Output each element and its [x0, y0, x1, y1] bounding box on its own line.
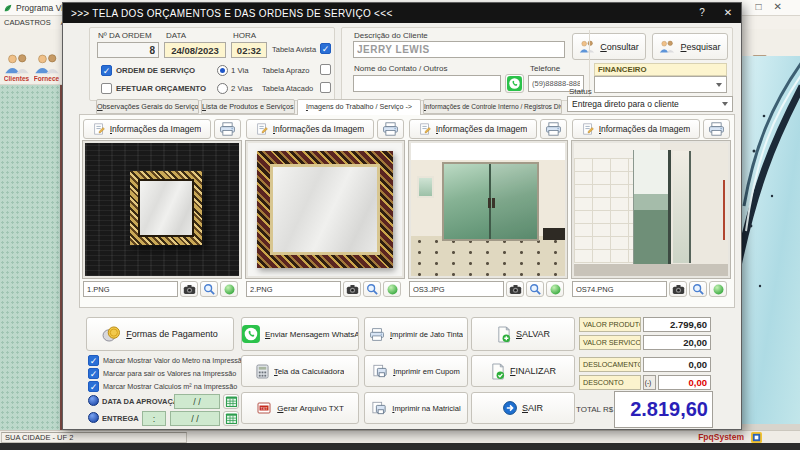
whatsapp-call-button[interactable] [505, 74, 524, 93]
image-filename-input-2[interactable] [246, 281, 341, 297]
imprimir-jato-label: Imprimir de Jato Tinta [390, 330, 463, 339]
calculadora-button[interactable]: Tela da Calculadora [241, 355, 359, 387]
print-option-checkbox-1[interactable] [88, 355, 99, 366]
financeiro-dropdown[interactable] [594, 76, 727, 93]
load-image-button-1[interactable] [220, 281, 238, 297]
aprovacao-radio[interactable] [88, 395, 99, 406]
printer-icon [369, 328, 385, 341]
client-description-input[interactable] [353, 41, 565, 58]
camera-icon [183, 284, 196, 295]
order-time-input[interactable] [231, 42, 267, 58]
zoom-image-button-4[interactable] [689, 281, 707, 297]
images-panel: Informações da Imagem [79, 114, 735, 308]
image-filename-input-3[interactable] [409, 281, 504, 297]
zoom-image-button-1[interactable] [200, 281, 218, 297]
desconto-prefix: (-) [643, 375, 656, 390]
gerar-txt-label: Gerar Arquivo TXT [277, 404, 344, 413]
camera-button-4[interactable] [669, 281, 687, 297]
salvar-button[interactable]: SALVAR [471, 317, 575, 351]
window-titlebar[interactable]: >>> TELA DOS ORÇAMENTOS E DAS ORDENS DE … [63, 3, 741, 23]
desconto-label: DESCONTO [579, 375, 641, 390]
load-image-button-2[interactable] [383, 281, 401, 297]
image-info-label: Informações da Imagem [110, 124, 202, 134]
efetuar-orcamento-checkbox[interactable] [101, 83, 112, 94]
total-label: TOTAL R$ [576, 405, 613, 414]
entrega-time-input[interactable] [142, 411, 166, 426]
toolbar-fornecedores-button[interactable]: Fornece [32, 31, 61, 82]
entrega-calendar-button[interactable] [223, 411, 239, 426]
print-image-button-1[interactable] [214, 119, 241, 139]
order-number-input[interactable] [97, 42, 159, 58]
note-icon [419, 123, 431, 135]
tab-lista-produtos[interactable]: Lista de Produtos e Serviços -> [201, 99, 295, 114]
camera-button-2[interactable] [343, 281, 361, 297]
tab-controle-interno[interactable]: Informações de Controle Interno / Regist… [423, 99, 562, 114]
load-image-button-3[interactable] [546, 281, 564, 297]
print-option-label-3: Marcar Mostrar Calculos m² na Impressão [103, 382, 237, 391]
imprimir-cupom-button[interactable]: Imprimir em Cupom [364, 355, 468, 387]
ordem-servico-checkbox[interactable] [101, 65, 112, 76]
calendar-icon [225, 412, 238, 425]
help-button[interactable]: ? [689, 3, 715, 23]
print-image-button-3[interactable] [540, 119, 567, 139]
aprovacao-date-input[interactable] [174, 394, 220, 409]
image-filename-input-4[interactable] [572, 281, 667, 297]
tabela-avista-checkbox[interactable] [320, 43, 331, 54]
chevron-down-icon [716, 83, 722, 87]
image-info-button-3[interactable]: Informações da Imagem [409, 119, 537, 139]
imprimir-matricial-button[interactable]: Imprimir na Matricial [364, 392, 468, 424]
image-info-button-1[interactable]: Informações da Imagem [83, 119, 211, 139]
via2-radio[interactable] [217, 83, 228, 94]
tab-observacoes[interactable]: Observações Gerais do Serviço -> [96, 99, 199, 114]
camera-button-3[interactable] [506, 281, 524, 297]
formas-pagamento-button[interactable]: Formas de Pagamento [86, 317, 234, 351]
printer-icon [545, 122, 562, 136]
contact-name-input[interactable] [353, 75, 501, 92]
entrega-date-input[interactable] [170, 411, 220, 426]
via1-radio[interactable] [217, 65, 228, 76]
tabela-atacado-checkbox[interactable] [320, 82, 331, 93]
order-date-input[interactable] [164, 42, 226, 58]
load-image-button-4[interactable] [709, 281, 727, 297]
image-filename-input-1[interactable] [83, 281, 178, 297]
green-orb-icon [713, 284, 724, 295]
whatsapp-message-button[interactable]: Enviar Mensagem WhatsApp [241, 317, 359, 351]
imprimir-jato-button[interactable]: Imprimir de Jato Tinta [364, 317, 468, 351]
tab-imagens[interactable]: Imagens do Trabalho / Serviço -> [297, 99, 421, 115]
consultar-button[interactable]: Consultar [572, 33, 646, 60]
toolbar-clientes-button[interactable]: Clientes [2, 31, 31, 82]
image-preview-4 [572, 141, 730, 278]
finalizar-button[interactable]: FINALIZAR [471, 355, 575, 387]
menu-cadastros[interactable]: CADASTROS [4, 18, 51, 27]
note-icon [93, 123, 105, 135]
print-option-label-1: Marcar Mostrar Valor do Metro na Impress… [103, 356, 246, 365]
entrega-label: ENTREGA [102, 414, 139, 423]
image-info-button-2[interactable]: Informações da Imagem [246, 119, 374, 139]
bg-close-button[interactable]: ✕ [774, 1, 794, 12]
aprovacao-calendar-button[interactable] [223, 394, 239, 409]
image-info-button-4[interactable]: Informações da Imagem [572, 119, 700, 139]
entrega-radio[interactable] [88, 412, 99, 423]
tabela-avista-label: Tabela Avista [272, 45, 316, 54]
pesquisar-label: Pesquisar [680, 42, 720, 52]
print-image-button-2[interactable] [377, 119, 404, 139]
tabela-aprazo-checkbox[interactable] [320, 64, 331, 75]
magnifier-icon [203, 283, 215, 295]
status-dropdown[interactable]: Entrega direto para o cliente [567, 96, 733, 112]
pesquisar-button[interactable]: Pesquisar [652, 33, 728, 60]
magnifier-icon [692, 283, 704, 295]
whatsapp-icon [507, 76, 522, 91]
brand-icon [751, 432, 762, 443]
close-button[interactable]: ✕ [715, 3, 741, 23]
camera-button-1[interactable] [180, 281, 198, 297]
gerar-txt-button[interactable]: Gerar Arquivo TXT [241, 392, 359, 424]
bg-minimize-button[interactable]: □ [756, 1, 774, 12]
sair-button[interactable]: SAIR [471, 392, 575, 424]
print-image-button-4[interactable] [703, 119, 730, 139]
zoom-image-button-2[interactable] [363, 281, 381, 297]
print-option-checkbox-3[interactable] [88, 381, 99, 392]
print-option-checkbox-2[interactable] [88, 368, 99, 379]
zoom-image-button-3[interactable] [526, 281, 544, 297]
contact-name-label: Nome do Contato / Outros [354, 64, 447, 73]
desconto-value: 0,00 [658, 375, 711, 390]
